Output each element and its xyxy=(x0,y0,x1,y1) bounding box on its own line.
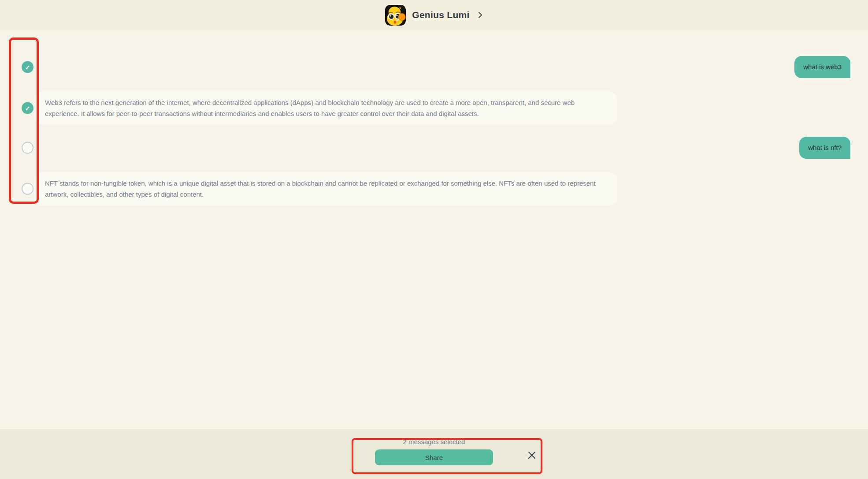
message-row: what is nft? xyxy=(0,137,868,159)
check-icon: ✓ xyxy=(25,105,30,111)
chat-header: Genius Lumi xyxy=(0,0,868,30)
user-message-bubble[interactable]: what is nft? xyxy=(799,137,850,159)
message-list: ✓ what is web3 ✓ Web3 refers to the next… xyxy=(0,30,868,429)
chevron-right-icon[interactable] xyxy=(478,11,483,19)
share-button[interactable]: Share xyxy=(375,449,493,465)
check-icon: ✓ xyxy=(25,64,30,70)
message-select-checkbox-unchecked[interactable] xyxy=(22,183,33,195)
bot-name-title: Genius Lumi xyxy=(412,10,469,20)
close-selection-button[interactable] xyxy=(526,449,538,461)
bot-message-bubble[interactable]: NFT stands for non-fungible token, which… xyxy=(34,172,617,206)
bot-message-bubble[interactable]: Web3 refers to the next generation of th… xyxy=(34,91,617,125)
message-row: ✓ Web3 refers to the next generation of … xyxy=(0,91,868,125)
message-row: ✓ what is web3 xyxy=(0,56,868,78)
bot-avatar-icon xyxy=(385,5,406,26)
chat-app-page: Genius Lumi ✓ what is web3 ✓ Web3 refers… xyxy=(0,0,868,479)
message-row: NFT stands for non-fungible token, which… xyxy=(0,172,868,206)
message-select-checkbox-unchecked[interactable] xyxy=(22,142,33,154)
user-message-bubble[interactable]: what is web3 xyxy=(794,56,850,78)
message-select-checkbox-checked[interactable]: ✓ xyxy=(22,61,33,73)
selected-count-status: 2 messages selected xyxy=(403,438,465,445)
selection-bar-content: 2 messages selected Share xyxy=(0,429,868,479)
close-icon xyxy=(527,451,536,460)
selection-action-bar: 2 messages selected Share xyxy=(0,429,868,479)
message-select-checkbox-checked[interactable]: ✓ xyxy=(22,102,33,114)
bot-profile-button[interactable]: Genius Lumi xyxy=(385,5,482,26)
